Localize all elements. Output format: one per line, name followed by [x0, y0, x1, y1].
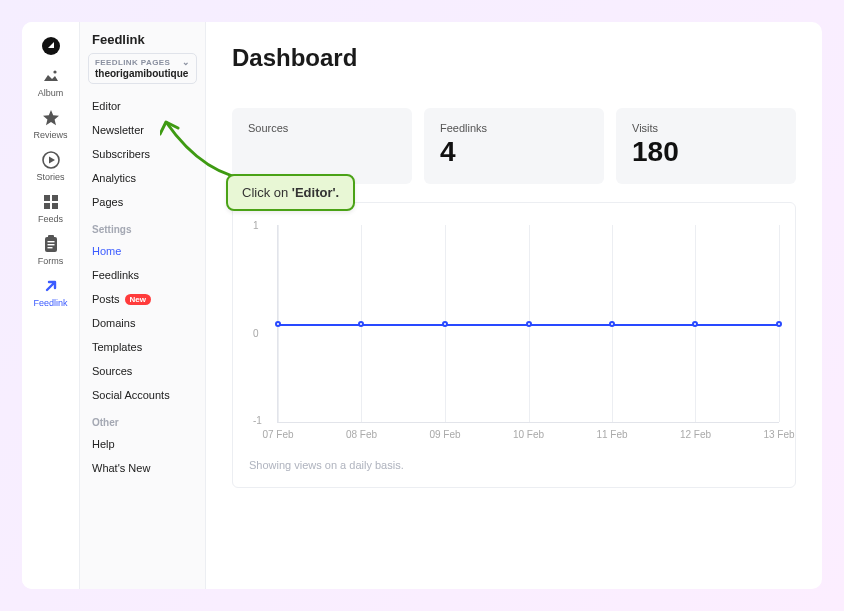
sidebar-item-templates[interactable]: Templates: [86, 335, 199, 359]
x-tick: 10 Feb: [513, 429, 544, 440]
x-tick: 11 Feb: [596, 429, 627, 440]
sidebar-item-help[interactable]: Help: [86, 432, 199, 456]
sidebar-item-home[interactable]: Home: [86, 239, 199, 263]
sidebar: Feedlink FEEDLINK PAGES ⌄ theorigamibout…: [80, 22, 206, 589]
svg-rect-10: [47, 244, 54, 245]
svg-rect-11: [47, 247, 52, 248]
y-tick: 1: [253, 220, 259, 231]
data-marker: [776, 321, 782, 327]
chart-caption: Showing views on a daily basis.: [249, 459, 779, 471]
line-chart: 1 0 -1: [267, 217, 779, 449]
grid-icon: [41, 192, 61, 212]
rail-reviews[interactable]: Reviews: [22, 102, 79, 144]
data-marker: [275, 321, 281, 327]
main-content: Dashboard Sources Feedlinks 4 Visits 180…: [206, 22, 822, 589]
data-marker: [358, 321, 364, 327]
rail-feedlink[interactable]: Feedlink: [22, 270, 79, 312]
section-settings: Settings: [86, 214, 199, 239]
svg-point-1: [53, 70, 56, 73]
selector-label: FEEDLINK PAGES: [95, 58, 170, 67]
svg-rect-8: [48, 235, 54, 239]
image-icon: [41, 66, 61, 86]
chevron-down-icon: ⌄: [182, 57, 190, 67]
page-selector[interactable]: FEEDLINK PAGES ⌄ theorigamiboutique: [88, 53, 197, 84]
rail-stories[interactable]: Stories: [22, 144, 79, 186]
stat-visits: Visits 180: [616, 108, 796, 184]
y-tick: 0: [253, 328, 259, 339]
selector-value: theorigamiboutique: [95, 68, 190, 79]
stat-label: Visits: [632, 122, 780, 134]
rail-forms[interactable]: Forms: [22, 228, 79, 270]
data-marker: [609, 321, 615, 327]
logo-icon: [41, 36, 61, 56]
plot-area: 07 Feb 08 Feb 09 Feb 10 Feb 11 Feb 12 Fe…: [277, 225, 779, 423]
arrow-icon: [41, 276, 61, 296]
sidebar-item-newsletter[interactable]: Newsletter: [86, 118, 199, 142]
x-tick: 09 Feb: [429, 429, 460, 440]
stat-value: [248, 136, 396, 166]
stat-label: Sources: [248, 122, 396, 134]
sidebar-item-sources[interactable]: Sources: [86, 359, 199, 383]
play-icon: [41, 150, 61, 170]
x-tick: 13 Feb: [763, 429, 794, 440]
callout-text: Click on: [242, 185, 292, 200]
clipboard-icon: [41, 234, 61, 254]
page-title: Dashboard: [232, 44, 796, 72]
x-tick: 08 Feb: [346, 429, 377, 440]
data-marker: [442, 321, 448, 327]
stat-label: Feedlinks: [440, 122, 588, 134]
sidebar-item-posts[interactable]: PostsNew: [86, 287, 199, 311]
stat-sources: Sources: [232, 108, 412, 184]
sidebar-item-analytics[interactable]: Analytics: [86, 166, 199, 190]
data-marker: [526, 321, 532, 327]
instruction-callout: Click on 'Editor'.: [226, 174, 355, 211]
section-other: Other: [86, 407, 199, 432]
sidebar-title: Feedlink: [86, 32, 199, 53]
rail-album[interactable]: Album: [22, 60, 79, 102]
sidebar-item-pages[interactable]: Pages: [86, 190, 199, 214]
sidebar-item-feedlinks[interactable]: Feedlinks: [86, 263, 199, 287]
svg-rect-9: [47, 241, 54, 242]
svg-rect-5: [44, 203, 50, 209]
svg-rect-6: [52, 203, 58, 209]
sidebar-item-social[interactable]: Social Accounts: [86, 383, 199, 407]
stat-value: 4: [440, 136, 588, 168]
sidebar-item-domains[interactable]: Domains: [86, 311, 199, 335]
y-tick: -1: [253, 415, 262, 426]
callout-target: 'Editor'.: [292, 185, 339, 200]
rail-logo[interactable]: [22, 30, 79, 60]
svg-rect-3: [44, 195, 50, 201]
x-tick: 12 Feb: [680, 429, 711, 440]
star-icon: [41, 108, 61, 128]
primary-rail: Album Reviews Stories Feeds Forms: [22, 22, 80, 589]
stat-feedlinks: Feedlinks 4: [424, 108, 604, 184]
rail-feeds[interactable]: Feeds: [22, 186, 79, 228]
stat-value: 180: [632, 136, 780, 168]
new-badge: New: [125, 294, 151, 305]
chart-container: 1 0 -1: [232, 202, 796, 488]
sidebar-item-subscribers[interactable]: Subscribers: [86, 142, 199, 166]
stats-row: Sources Feedlinks 4 Visits 180: [232, 108, 796, 184]
sidebar-item-whatsnew[interactable]: What's New: [86, 456, 199, 480]
app-frame: Album Reviews Stories Feeds Forms: [22, 22, 822, 589]
svg-rect-4: [52, 195, 58, 201]
data-marker: [692, 321, 698, 327]
x-tick: 07 Feb: [262, 429, 293, 440]
sidebar-item-editor[interactable]: Editor: [86, 94, 199, 118]
